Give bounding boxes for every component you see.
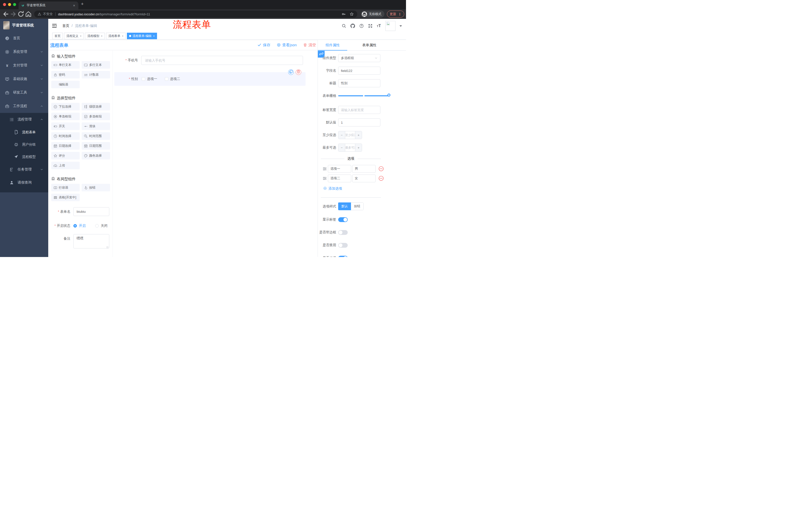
palette-item-计数器[interactable]: 123计数器	[82, 71, 110, 78]
browser-update-button[interactable]: 更新 ⋮	[387, 10, 404, 18]
palette-item-时间范围[interactable]: 时间范围	[82, 132, 110, 140]
fullscreen-icon[interactable]	[368, 24, 373, 28]
palette-item-开关[interactable]: 开关	[51, 123, 80, 130]
toggle-是否必填[interactable]	[338, 256, 348, 257]
remove-option-icon[interactable]	[378, 166, 384, 171]
label-width-input[interactable]	[338, 106, 380, 114]
palette-item-评分[interactable]: 评分	[51, 152, 80, 159]
minus-button[interactable]: −	[339, 144, 345, 152]
palette-item-滑块[interactable]: 滑块	[82, 123, 110, 130]
browser-tab[interactable]: 芋道管理系统 ×	[19, 1, 78, 9]
sidebar-item-工作流程[interactable]: 工作流程	[0, 99, 48, 113]
home-icon[interactable]	[25, 10, 32, 18]
sidebar-item-研发工具[interactable]: 研发工具	[0, 86, 48, 99]
fontsize-icon[interactable]: TT	[377, 24, 381, 28]
palette-item-按钮[interactable]: 按钮	[82, 184, 110, 191]
sidebar-item-用户分组[interactable]: 用户分组	[0, 138, 48, 151]
github-icon[interactable]	[350, 24, 355, 28]
option-label-input[interactable]	[328, 174, 351, 182]
sidebar-item-系统管理[interactable]: 系统管理	[0, 45, 48, 59]
delete-component-button[interactable]	[296, 70, 301, 75]
grid-slider[interactable]	[338, 92, 390, 100]
slider-handle[interactable]	[387, 93, 390, 97]
palette-item-上传[interactable]: 上传	[51, 162, 80, 169]
option-value-input[interactable]	[352, 165, 376, 173]
drag-handle-icon[interactable]	[323, 176, 327, 181]
sidebar-item-流程表单[interactable]: 流程表单	[0, 126, 48, 138]
clear-button[interactable]: 清空	[303, 43, 316, 48]
view-json-button[interactable]: 查看json	[277, 43, 297, 48]
status-on-radio[interactable]	[74, 224, 77, 227]
form-remark-textarea[interactable]: 嘿嘿	[74, 234, 109, 248]
field-name-input[interactable]	[338, 66, 380, 75]
palette-item-单选框组[interactable]: 单选框组	[51, 113, 80, 120]
checkbox[interactable]	[142, 77, 145, 81]
plus-button[interactable]: +	[355, 144, 362, 152]
minus-button[interactable]: −	[339, 131, 345, 139]
kebab-menu-icon[interactable]: ⋮	[398, 12, 402, 16]
remove-option-icon[interactable]	[378, 175, 384, 181]
sidebar-item-首页[interactable]: 首页	[0, 31, 48, 45]
palette-item-表格[开发中][interactable]: 表格[开发中]	[51, 194, 80, 201]
palette-item-密码[interactable]: 密码	[51, 71, 80, 78]
min-select-input[interactable]	[345, 131, 355, 139]
palette-item-单行文本[interactable]: 单行文本	[51, 61, 80, 69]
status-off-radio[interactable]	[95, 224, 99, 227]
add-option-button[interactable]: 添加选项	[323, 186, 406, 191]
component-type-select[interactable]: 多选框组	[338, 54, 380, 62]
checkbox-option-选项一[interactable]: 选项一	[142, 77, 157, 81]
sidebar-logo[interactable]: 芋道管理系统	[0, 19, 48, 31]
palette-item-颜色选择[interactable]: 颜色选择	[82, 152, 110, 159]
sidebar-item-任务管理[interactable]: 任务管理	[0, 163, 48, 176]
tab-close-icon[interactable]: ×	[72, 3, 76, 7]
palette-item-时间选择[interactable]: 时间选择	[51, 132, 80, 140]
tag-首页[interactable]: 首页	[52, 33, 63, 39]
style-option-按钮[interactable]: 按钮	[351, 202, 364, 210]
window-controls[interactable]	[3, 3, 16, 6]
palette-item-级联选择[interactable]: 级联选择	[82, 103, 110, 110]
toggle-是否禁用[interactable]	[338, 243, 348, 248]
star-icon[interactable]	[350, 12, 354, 16]
minimize-window-button[interactable]	[8, 3, 11, 6]
tag-流程定义[interactable]: 流程定义×	[64, 33, 84, 39]
palette-item-下拉选择[interactable]: 下拉选择	[51, 103, 80, 110]
copy-component-button[interactable]	[288, 70, 294, 75]
palette-item-多行文本[interactable]: 多行文本	[82, 61, 110, 69]
avatar-caret-icon[interactable]	[400, 25, 402, 28]
palette-item-日期范围[interactable]: 日期范围	[82, 142, 110, 150]
checkbox[interactable]	[165, 77, 168, 81]
url-bar[interactable]: 不安全 dashboard.yudao.iocoder.cn /bpm/mana…	[34, 10, 357, 18]
reload-icon[interactable]	[17, 10, 25, 18]
tag-close-icon[interactable]: ×	[101, 34, 102, 37]
resize-grip[interactable]	[107, 246, 109, 248]
max-select-input[interactable]	[345, 144, 355, 152]
sidebar-item-流程管理[interactable]: 流程管理	[0, 113, 48, 126]
breadcrumb-home[interactable]: 首页	[62, 24, 69, 28]
tag-流程表单-编辑[interactable]: 流程表单-编辑×	[127, 33, 157, 39]
palette-item-日期选择[interactable]: 日期选择	[51, 142, 80, 150]
palette-item-行容器[interactable]: 行容器	[51, 184, 80, 191]
form-name-input[interactable]	[74, 207, 109, 216]
tag-流程模型[interactable]: 流程模型×	[85, 33, 105, 39]
status-off-label[interactable]: 关闭	[101, 223, 108, 228]
link-tab[interactable]	[318, 51, 325, 58]
phone-field-input[interactable]	[141, 56, 303, 65]
search-icon[interactable]	[342, 24, 346, 28]
maximize-window-button[interactable]	[13, 3, 16, 6]
new-tab-button[interactable]: +	[81, 1, 84, 7]
forward-icon[interactable]	[9, 10, 17, 18]
phone-field-row[interactable]: 手机号	[113, 56, 318, 65]
palette-item-编辑器[interactable]: 编辑器	[51, 81, 80, 88]
palette-item-多选框组[interactable]: 多选框组	[82, 113, 110, 120]
sidebar-item-基础设施[interactable]: 基础设施	[0, 72, 48, 86]
tab-component-props[interactable]: 组件属性	[321, 40, 344, 50]
avatar[interactable]	[385, 21, 396, 31]
key-icon[interactable]	[342, 12, 346, 16]
save-button[interactable]: 保存	[258, 43, 270, 48]
default-value-input[interactable]	[338, 118, 380, 127]
title-input[interactable]	[338, 79, 380, 87]
sidebar-item-流程模型[interactable]: 流程模型	[0, 151, 48, 163]
tag-close-icon[interactable]: ×	[122, 34, 123, 37]
sidebar-item-请假查询[interactable]: 请假查询	[0, 176, 48, 189]
checkbox-option-选项二[interactable]: 选项二	[165, 77, 180, 81]
